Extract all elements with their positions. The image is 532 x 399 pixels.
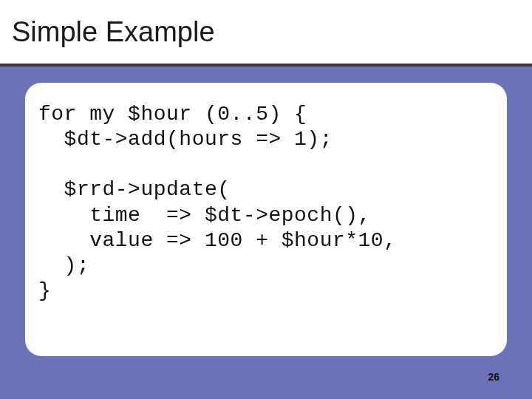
- page-number: 26: [488, 371, 499, 383]
- code-line: );: [38, 254, 89, 277]
- code-line: value => 100 + $hour*10,: [38, 229, 396, 252]
- code-line: $rrd->update(: [38, 178, 231, 201]
- title-bar: Simple Example: [0, 0, 532, 66]
- content-card: for my $hour (0..5) { $dt->add(hours => …: [25, 83, 507, 356]
- code-line: }: [38, 279, 51, 302]
- slide-title: Simple Example: [12, 16, 215, 48]
- code-line: for my $hour (0..5) {: [38, 103, 307, 126]
- code-block: for my $hour (0..5) { $dt->add(hours => …: [38, 102, 494, 304]
- code-line: time => $dt->epoch(),: [38, 204, 371, 227]
- code-line: $dt->add(hours => 1);: [38, 128, 332, 151]
